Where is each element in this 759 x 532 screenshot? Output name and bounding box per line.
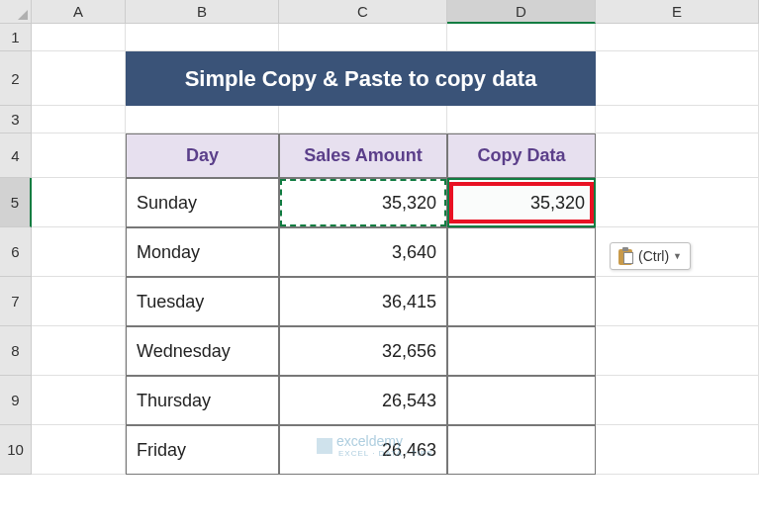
cell[interactable] xyxy=(596,425,759,475)
clipboard-icon xyxy=(618,247,634,265)
cell[interactable] xyxy=(596,51,759,106)
select-all-corner[interactable] xyxy=(0,0,32,24)
cell-value: 35,320 xyxy=(382,193,436,214)
paste-options-button[interactable]: (Ctrl) ▼ xyxy=(610,242,691,270)
cell[interactable] xyxy=(126,106,279,133)
table-cell-day[interactable]: Friday xyxy=(126,425,279,475)
table-cell-sales[interactable]: 26,543 xyxy=(279,376,447,425)
chevron-down-icon: ▼ xyxy=(673,251,682,261)
table-cell-day[interactable]: Wednesday xyxy=(126,326,279,376)
cell[interactable] xyxy=(596,24,759,51)
cell[interactable] xyxy=(596,178,759,227)
row-header-2[interactable]: 2 xyxy=(0,51,32,106)
col-header-a[interactable]: A xyxy=(32,0,126,24)
cell[interactable] xyxy=(32,376,126,425)
table-cell-sales[interactable]: 32,656 xyxy=(279,326,447,376)
table-cświadcenia[interactable]: 26,463 xyxy=(279,425,447,475)
col-header-e[interactable]: E xyxy=(596,0,759,24)
row-header-5[interactable]: 5 xyxy=(0,178,32,227)
row-header-1[interactable]: 1 xyxy=(0,24,32,51)
column-headers: A B C D E xyxy=(32,0,759,24)
table-cell-copy[interactable] xyxy=(447,425,596,475)
row-header-6[interactable]: 6 xyxy=(0,227,32,277)
table-cell-sales[interactable]: 3,640 xyxy=(279,227,447,277)
table-cell-sales[interactable]: 36,415 xyxy=(279,277,447,326)
row-header-9[interactable]: 9 xyxy=(0,376,32,425)
cell[interactable] xyxy=(32,326,126,376)
row-header-10[interactable]: 10 xyxy=(0,425,32,475)
cell[interactable] xyxy=(279,24,447,51)
cell[interactable] xyxy=(32,227,126,277)
cell[interactable] xyxy=(596,133,759,178)
cell[interactable] xyxy=(447,24,596,51)
table-cell-sales[interactable]: 35,320 xyxy=(279,178,447,227)
table-cell-copy[interactable] xyxy=(447,326,596,376)
cell[interactable] xyxy=(32,425,126,475)
table-header-day[interactable]: Day xyxy=(126,133,279,178)
cell[interactable] xyxy=(596,277,759,326)
row-header-7[interactable]: 7 xyxy=(0,277,32,326)
col-header-b[interactable]: B xyxy=(126,0,279,24)
table-cell-copy[interactable] xyxy=(447,376,596,425)
table-cell-copy[interactable]: 35,320 xyxy=(447,178,596,227)
table-cell-day[interactable]: Sunday xyxy=(126,178,279,227)
cell[interactable] xyxy=(32,178,126,227)
cell[interactable] xyxy=(32,51,126,106)
col-header-d[interactable]: D xyxy=(447,0,596,24)
table-header-copy[interactable]: Copy Data xyxy=(447,133,596,178)
table-cell-day[interactable]: Thursday xyxy=(126,376,279,425)
cell[interactable] xyxy=(32,24,126,51)
table-cell-copy[interactable] xyxy=(447,277,596,326)
spreadsheet: A B C D E 1 2 3 4 5 6 7 8 9 10 Simple Co… xyxy=(0,0,759,532)
cell[interactable] xyxy=(32,133,126,178)
cell[interactable] xyxy=(32,106,126,133)
cell[interactable] xyxy=(596,106,759,133)
table-header-sales[interactable]: Sales Amount xyxy=(279,133,447,178)
table-cell-day[interactable]: Monday xyxy=(126,227,279,277)
cell[interactable] xyxy=(32,277,126,326)
cell[interactable] xyxy=(596,326,759,376)
cell[interactable] xyxy=(447,106,596,133)
row-header-8[interactable]: 8 xyxy=(0,326,32,376)
row-header-4[interactable]: 4 xyxy=(0,133,32,178)
paste-options-label: (Ctrl) xyxy=(638,248,669,264)
table-cell-copy[interactable] xyxy=(447,227,596,277)
cell[interactable] xyxy=(596,376,759,425)
cell[interactable] xyxy=(279,106,447,133)
table-cell-day[interactable]: Tuesday xyxy=(126,277,279,326)
title-cell[interactable]: Simple Copy & Paste to copy data xyxy=(126,51,596,106)
col-header-c[interactable]: C xyxy=(279,0,447,24)
row-headers: 1 2 3 4 5 6 7 8 9 10 xyxy=(0,24,32,475)
row-header-3[interactable]: 3 xyxy=(0,106,32,133)
cell[interactable] xyxy=(126,24,279,51)
